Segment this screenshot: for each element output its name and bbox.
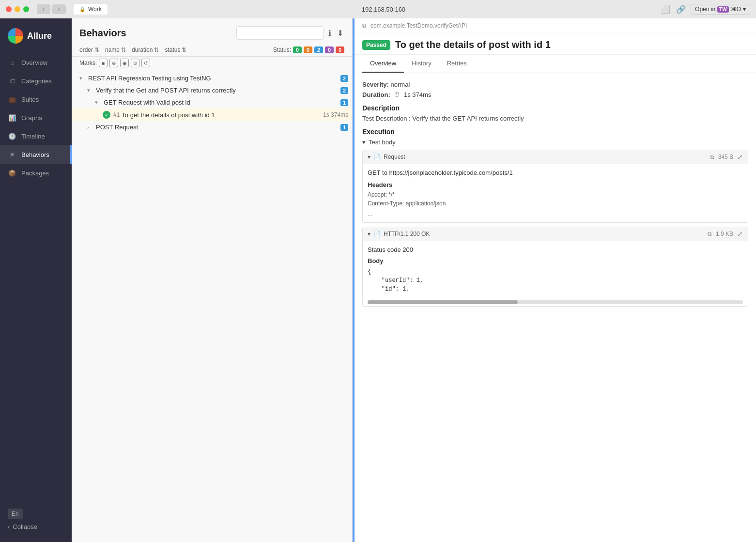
- order-filter[interactable]: order ⇅: [79, 46, 99, 53]
- expand-response-button[interactable]: ⤢: [737, 230, 743, 238]
- search-input[interactable]: [236, 26, 324, 40]
- sidebar-item-packages[interactable]: 📦 Packages: [0, 164, 72, 182]
- order-arrow-icon: ⇅: [94, 46, 99, 53]
- copy-icon-2[interactable]: ⧉: [710, 154, 714, 160]
- copy-icon[interactable]: ⧉: [362, 22, 367, 29]
- duration-arrow-icon: ⇅: [154, 46, 159, 53]
- status-badges: Status: 0 0 2 0 0: [273, 46, 344, 53]
- mark-icon-5[interactable]: ↺: [141, 59, 150, 67]
- dropdown-icon[interactable]: ▾: [743, 6, 746, 13]
- mark-icon-3[interactable]: ◉: [120, 59, 129, 67]
- response-header-left: ▾ 📄 HTTP/1.1 200 OK: [368, 231, 430, 237]
- test-body-header[interactable]: ▾ Test body: [362, 139, 748, 146]
- forward-button[interactable]: ›: [52, 4, 66, 14]
- status-filter[interactable]: status ⇅: [165, 46, 186, 53]
- name-filter[interactable]: name ⇅: [105, 46, 126, 53]
- header-actions: ℹ ⬇: [236, 26, 344, 40]
- collapse-button[interactable]: ‹ Collapse: [8, 519, 64, 534]
- ellipsis: ...: [368, 211, 743, 217]
- status-code-text: Status code 200: [368, 246, 743, 253]
- request-label: Request: [384, 154, 405, 160]
- sidebar-item-graphs[interactable]: 📊 Graphs: [0, 108, 72, 127]
- sidebar-item-behaviors[interactable]: ≡ Behaviors: [0, 145, 72, 164]
- duration-filter[interactable]: duration ⇅: [132, 46, 159, 53]
- chevron-down-icon-3: ▾: [368, 231, 370, 237]
- tree-group-1-row[interactable]: ▾ REST API Regression Testing using Test…: [72, 72, 352, 84]
- chevron-down-icon: ▾: [362, 139, 366, 146]
- open-in-tw-button[interactable]: Open in TW ⌘O ▾: [691, 4, 750, 15]
- sidebar-item-timeline[interactable]: 🕐 Timeline: [0, 127, 72, 145]
- clock-icon: 🕐: [8, 132, 16, 140]
- titlebar-right: ⬜ 🔗 Open in TW ⌘O ▾: [660, 4, 750, 15]
- tab-history[interactable]: History: [404, 55, 439, 73]
- scrollbar-thumb: [368, 300, 518, 304]
- doc-icon: 📄: [373, 154, 381, 160]
- horizontal-scrollbar[interactable]: [368, 300, 743, 304]
- detail-title: To get the details of post with id 1: [395, 39, 551, 50]
- response-doc-icon: 📄: [373, 231, 381, 237]
- tab-retries[interactable]: Retries: [439, 55, 475, 73]
- mark-icon-2[interactable]: ⊕: [109, 59, 118, 67]
- tree-test-item[interactable]: ✓ #1 To get the details of post with id …: [72, 108, 352, 121]
- close-dot[interactable]: [6, 6, 12, 12]
- tree-child-1-row[interactable]: ▾ Verify that the Get and POST API retur…: [72, 84, 352, 96]
- browser-tab[interactable]: 🔒 Work: [74, 4, 108, 15]
- sidebar-label-packages: Packages: [21, 170, 49, 177]
- sidebar-bottom: En ‹ Collapse: [0, 501, 72, 542]
- collapse-arrow-icon: ‹: [8, 523, 10, 530]
- language-button[interactable]: En: [8, 509, 23, 519]
- body-title: Body: [368, 257, 743, 264]
- sidebar-item-categories[interactable]: 🏷 Categories: [0, 72, 72, 90]
- expand-request-button[interactable]: ⤢: [737, 153, 743, 161]
- collapse-toggle-4[interactable]: ›: [87, 124, 94, 130]
- test-tree: ▾ REST API Regression Testing using Test…: [72, 70, 352, 542]
- chevron-down-icon-2: ▾: [368, 154, 370, 160]
- response-body: Status code 200 Body { "userId": 1, "id"…: [363, 241, 748, 298]
- tree-post-row[interactable]: › POST Request 1: [72, 121, 352, 133]
- link-icon[interactable]: 🔗: [675, 4, 687, 15]
- collapse-toggle-3[interactable]: ▾: [95, 99, 102, 106]
- mark-icon-1[interactable]: ■: [99, 59, 108, 67]
- minimize-dot[interactable]: [15, 6, 20, 12]
- description-title: Description: [362, 104, 748, 112]
- info-icon[interactable]: ℹ: [327, 26, 332, 40]
- download-icon[interactable]: ⬇: [336, 26, 344, 40]
- sidebar-item-overview[interactable]: ⌂ Overview: [0, 53, 72, 72]
- get-url: GET to https://jsonplaceholder.typicode.…: [368, 169, 743, 176]
- execution-title: Execution: [362, 128, 748, 136]
- pass-icon: ✓: [103, 111, 110, 119]
- sidebar-label-overview: Overview: [21, 59, 47, 66]
- badge-unknown: 0: [336, 46, 344, 53]
- bar-chart-icon: 📊: [8, 113, 16, 122]
- tab-title: Work: [88, 6, 102, 13]
- back-button[interactable]: ‹: [37, 4, 50, 14]
- request-header-right: ⧉ 345 B ⤢: [710, 153, 743, 161]
- main-content: Behaviors ℹ ⬇ order ⇅ name ⇅ durat: [72, 18, 756, 542]
- response-size: 1.9 KB: [716, 231, 733, 237]
- request-block-header: ▾ 📄 Request ⧉ 345 B ⤢: [363, 150, 748, 164]
- tab-overview[interactable]: Overview: [362, 55, 404, 73]
- open-in-label: Open in: [695, 6, 715, 13]
- filters-row: order ⇅ name ⇅ duration ⇅ status ⇅ Statu…: [72, 44, 352, 57]
- tree-child-1-label: Verify that the Get and POST API returns…: [96, 87, 340, 94]
- duration-label: Duration:: [362, 91, 392, 98]
- sidebar-item-suites[interactable]: 💼 Suites: [0, 90, 72, 108]
- tree-post-label: POST Request: [96, 124, 340, 131]
- tree-child-1: ▾ Verify that the Get and POST API retur…: [72, 84, 352, 121]
- sidebar-label-behaviors: Behaviors: [21, 151, 49, 158]
- severity-label: Severity:: [362, 81, 391, 88]
- tag-icon: 🏷: [8, 77, 16, 85]
- collapse-toggle-1[interactable]: ▾: [79, 75, 86, 81]
- tree-post-request: › POST Request 1: [72, 121, 352, 133]
- response-block-header: ▾ 📄 HTTP/1.1 200 OK ⧉ 1.9 KB ⤢: [363, 227, 748, 241]
- mark-icon-4[interactable]: ⊙: [131, 59, 139, 67]
- copy-icon-3[interactable]: ⧉: [708, 231, 712, 237]
- collapse-toggle-2[interactable]: ▾: [87, 87, 94, 93]
- maximize-dot[interactable]: [23, 6, 29, 12]
- nav-buttons: ‹ ›: [37, 4, 66, 14]
- duration-value: 1s 374ms: [404, 91, 431, 98]
- share-icon[interactable]: ⬜: [660, 4, 671, 15]
- tree-get-request-row[interactable]: ▾ GET Request with Valid post id 1: [72, 96, 352, 108]
- tree-group-1-count: 2: [340, 75, 348, 82]
- briefcase-icon: 💼: [8, 95, 16, 104]
